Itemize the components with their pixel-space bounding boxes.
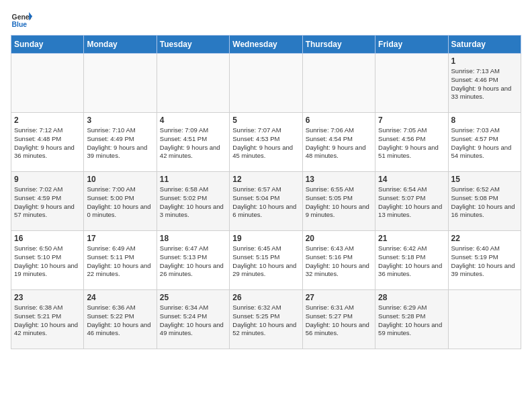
day-number: 24 [87,293,153,302]
calendar-cell: 13Sunrise: 6:55 AM Sunset: 5:05 PM Dayli… [302,172,375,231]
calendar-week-row: 9Sunrise: 7:02 AM Sunset: 4:59 PM Daylig… [11,172,521,231]
day-info: Sunrise: 7:02 AM Sunset: 4:59 PM Dayligh… [14,185,81,220]
calendar-header-row: SundayMondayTuesdayWednesdayThursdayFrid… [11,36,521,54]
calendar-cell: 2Sunrise: 7:12 AM Sunset: 4:48 PM Daylig… [11,113,84,172]
day-info: Sunrise: 7:03 AM Sunset: 4:57 PM Dayligh… [451,126,518,161]
calendar-cell: 24Sunrise: 6:36 AM Sunset: 5:22 PM Dayli… [84,290,157,349]
calendar-cell: 14Sunrise: 6:54 AM Sunset: 5:07 PM Dayli… [375,172,448,231]
weekday-header: Saturday [448,36,521,54]
calendar-table: SundayMondayTuesdayWednesdayThursdayFrid… [11,35,521,349]
logo-icon: General Blue [11,11,32,30]
calendar-cell: 28Sunrise: 6:29 AM Sunset: 5:28 PM Dayli… [375,290,448,349]
calendar-cell: 27Sunrise: 6:31 AM Sunset: 5:27 PM Dayli… [302,290,375,349]
day-info: Sunrise: 6:34 AM Sunset: 5:24 PM Dayligh… [160,304,226,338]
day-info: Sunrise: 7:06 AM Sunset: 4:54 PM Dayligh… [306,126,372,161]
weekday-header: Monday [84,36,157,54]
day-info: Sunrise: 6:38 AM Sunset: 5:21 PM Dayligh… [14,304,81,338]
day-info: Sunrise: 6:31 AM Sunset: 5:27 PM Dayligh… [306,304,372,338]
day-info: Sunrise: 6:50 AM Sunset: 5:10 PM Dayligh… [14,244,81,279]
day-number: 3 [87,116,153,125]
day-number: 15 [451,175,518,184]
day-number: 22 [451,234,518,243]
day-info: Sunrise: 6:45 AM Sunset: 5:15 PM Dayligh… [232,244,299,279]
calendar-cell: 19Sunrise: 6:45 AM Sunset: 5:15 PM Dayli… [230,231,302,290]
day-info: Sunrise: 6:58 AM Sunset: 5:02 PM Dayligh… [160,185,226,220]
calendar-cell: 11Sunrise: 6:58 AM Sunset: 5:02 PM Dayli… [157,172,229,231]
day-info: Sunrise: 6:52 AM Sunset: 5:08 PM Dayligh… [451,185,518,220]
day-info: Sunrise: 7:00 AM Sunset: 5:00 PM Dayligh… [87,185,153,220]
day-number: 6 [306,116,372,125]
day-number: 1 [451,56,518,66]
calendar-cell: 20Sunrise: 6:43 AM Sunset: 5:16 PM Dayli… [302,231,375,290]
calendar-cell [84,54,157,113]
day-info: Sunrise: 7:10 AM Sunset: 4:49 PM Dayligh… [87,126,153,161]
day-number: 12 [232,175,299,184]
svg-text:Blue: Blue [12,21,28,28]
day-number: 25 [160,293,226,302]
calendar-cell [157,54,229,113]
logo: General Blue [11,11,35,30]
day-number: 11 [160,175,226,184]
day-info: Sunrise: 7:12 AM Sunset: 4:48 PM Dayligh… [14,126,81,161]
day-number: 20 [306,234,372,243]
day-number: 9 [14,175,81,184]
day-info: Sunrise: 6:36 AM Sunset: 5:22 PM Dayligh… [87,304,153,338]
day-number: 10 [87,175,153,184]
day-info: Sunrise: 6:57 AM Sunset: 5:04 PM Dayligh… [232,185,299,220]
page-header: General Blue [11,11,521,30]
calendar-cell: 4Sunrise: 7:09 AM Sunset: 4:51 PM Daylig… [157,113,229,172]
day-number: 4 [160,116,226,125]
day-number: 19 [232,234,299,243]
day-number: 2 [14,116,81,125]
day-info: Sunrise: 7:05 AM Sunset: 4:56 PM Dayligh… [378,126,445,161]
day-number: 5 [232,116,299,125]
calendar-cell: 18Sunrise: 6:47 AM Sunset: 5:13 PM Dayli… [157,231,229,290]
calendar-cell: 15Sunrise: 6:52 AM Sunset: 5:08 PM Dayli… [448,172,521,231]
calendar-week-row: 23Sunrise: 6:38 AM Sunset: 5:21 PM Dayli… [11,290,521,349]
day-info: Sunrise: 6:40 AM Sunset: 5:19 PM Dayligh… [451,244,518,279]
calendar-cell [375,54,448,113]
day-number: 7 [378,116,445,125]
calendar-cell [230,54,302,113]
calendar-week-row: 16Sunrise: 6:50 AM Sunset: 5:10 PM Dayli… [11,231,521,290]
day-number: 18 [160,234,226,243]
calendar-cell [11,54,84,113]
day-info: Sunrise: 6:49 AM Sunset: 5:11 PM Dayligh… [87,244,153,279]
day-info: Sunrise: 6:54 AM Sunset: 5:07 PM Dayligh… [378,185,445,220]
calendar-cell: 26Sunrise: 6:32 AM Sunset: 5:25 PM Dayli… [230,290,302,349]
day-info: Sunrise: 6:29 AM Sunset: 5:28 PM Dayligh… [378,304,445,338]
calendar-cell: 1Sunrise: 7:13 AM Sunset: 4:46 PM Daylig… [448,54,521,113]
calendar-cell: 17Sunrise: 6:49 AM Sunset: 5:11 PM Dayli… [84,231,157,290]
weekday-header: Friday [375,36,448,54]
day-number: 27 [306,293,372,302]
calendar-cell [302,54,375,113]
calendar-cell: 12Sunrise: 6:57 AM Sunset: 5:04 PM Dayli… [230,172,302,231]
calendar-cell: 7Sunrise: 7:05 AM Sunset: 4:56 PM Daylig… [375,113,448,172]
calendar-cell: 16Sunrise: 6:50 AM Sunset: 5:10 PM Dayli… [11,231,84,290]
calendar-cell: 5Sunrise: 7:07 AM Sunset: 4:53 PM Daylig… [230,113,302,172]
day-info: Sunrise: 7:09 AM Sunset: 4:51 PM Dayligh… [160,126,226,161]
calendar-cell: 21Sunrise: 6:42 AM Sunset: 5:18 PM Dayli… [375,231,448,290]
day-info: Sunrise: 6:55 AM Sunset: 5:05 PM Dayligh… [306,185,372,220]
day-number: 16 [14,234,81,243]
weekday-header: Wednesday [230,36,302,54]
day-info: Sunrise: 6:43 AM Sunset: 5:16 PM Dayligh… [306,244,372,279]
calendar-cell: 22Sunrise: 6:40 AM Sunset: 5:19 PM Dayli… [448,231,521,290]
day-number: 28 [378,293,445,302]
day-number: 13 [306,175,372,184]
day-number: 26 [232,293,299,302]
calendar-cell: 23Sunrise: 6:38 AM Sunset: 5:21 PM Dayli… [11,290,84,349]
weekday-header: Tuesday [157,36,229,54]
weekday-header: Thursday [302,36,375,54]
day-number: 8 [451,116,518,125]
calendar-cell: 10Sunrise: 7:00 AM Sunset: 5:00 PM Dayli… [84,172,157,231]
day-info: Sunrise: 6:47 AM Sunset: 5:13 PM Dayligh… [160,244,226,279]
day-number: 23 [14,293,81,302]
calendar-week-row: 1Sunrise: 7:13 AM Sunset: 4:46 PM Daylig… [11,54,521,113]
day-number: 14 [378,175,445,184]
day-info: Sunrise: 6:42 AM Sunset: 5:18 PM Dayligh… [378,244,445,279]
day-info: Sunrise: 7:07 AM Sunset: 4:53 PM Dayligh… [232,126,299,161]
calendar-week-row: 2Sunrise: 7:12 AM Sunset: 4:48 PM Daylig… [11,113,521,172]
weekday-header: Sunday [11,36,84,54]
day-info: Sunrise: 7:13 AM Sunset: 4:46 PM Dayligh… [451,67,518,101]
